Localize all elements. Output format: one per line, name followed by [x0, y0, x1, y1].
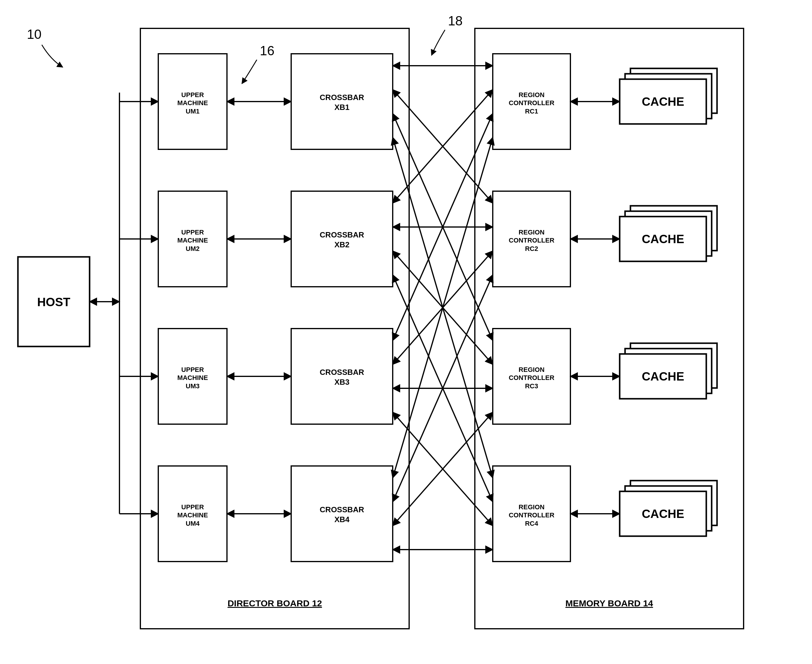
xb-label-1-l1: CROSSBAR — [320, 93, 365, 102]
system-diagram: 10 HOST DIRECTOR BOARD 12 MEMORY BOARD 1… — [0, 0, 812, 664]
xb-label-3-l1: CROSSBAR — [320, 368, 365, 377]
um-label-2-l1: UPPER — [181, 228, 204, 236]
director-board-title: DIRECTOR BOARD 12 — [228, 598, 322, 608]
um-label-1-l1: UPPER — [181, 91, 204, 99]
memory-board-title: MEMORY BOARD 14 — [565, 598, 653, 608]
um-label-4-l2: MACHINE — [177, 511, 208, 519]
um-label-1-l3: UM1 — [186, 107, 200, 115]
um-label-3-l2: MACHINE — [177, 374, 208, 381]
rc-label-1-l2: CONTROLLER — [509, 99, 555, 107]
xb-label-1-l2: XB1 — [334, 103, 350, 112]
um-label-2-l2: MACHINE — [177, 236, 208, 244]
rc-label-1-l1: REGION — [519, 91, 545, 99]
xb-label-4-l1: CROSSBAR — [320, 505, 365, 514]
rc-label-2-l3: RC2 — [525, 245, 538, 252]
um-label-4-l1: UPPER — [181, 503, 204, 511]
um-label-2-l3: UM2 — [186, 245, 200, 252]
rc-label-1-l3: RC1 — [525, 107, 538, 115]
cache-label-2: CACHE — [642, 233, 684, 246]
rc-label-4-l3: RC4 — [525, 520, 539, 527]
rc-label-2-l2: CONTROLLER — [509, 236, 555, 244]
ref-16: 16 — [260, 43, 275, 58]
ref-10: 10 — [27, 27, 42, 42]
rc-label-4-l2: CONTROLLER — [509, 511, 555, 519]
rc-label-3-l3: RC3 — [525, 382, 538, 390]
um-label-1-l2: MACHINE — [177, 99, 208, 107]
cache-label-1: CACHE — [642, 95, 684, 108]
ref-18: 18 — [448, 13, 462, 28]
cache-label-4: CACHE — [642, 507, 684, 520]
ref-18-arrow — [431, 30, 445, 55]
rc-label-2-l1: REGION — [519, 228, 545, 236]
cache-label-3: CACHE — [642, 370, 684, 383]
um-label-3-l1: UPPER — [181, 366, 204, 373]
xb-label-2-l1: CROSSBAR — [320, 230, 365, 239]
rc-label-3-l2: CONTROLLER — [509, 374, 555, 381]
rc-label-4-l1: REGION — [519, 503, 545, 511]
ref-10-arrow — [42, 45, 63, 67]
rc-label-3-l1: REGION — [519, 366, 545, 373]
xb-label-3-l2: XB3 — [334, 378, 350, 387]
xb-label-4-l2: XB4 — [334, 515, 350, 524]
um-label-3-l3: UM3 — [186, 382, 200, 390]
um-label-4-l3: UM4 — [186, 520, 200, 527]
host-label: HOST — [37, 295, 70, 309]
xb-label-2-l2: XB2 — [334, 240, 350, 249]
